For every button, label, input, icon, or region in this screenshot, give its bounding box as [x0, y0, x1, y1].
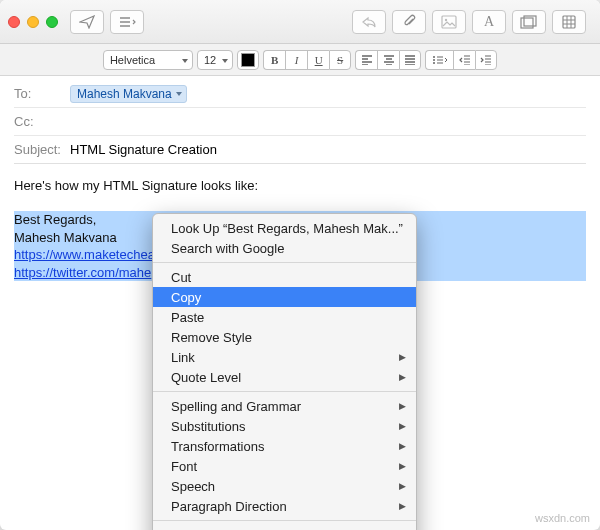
list-indent-group: [425, 50, 497, 70]
ctx-separator: [153, 520, 416, 521]
outdent-icon: [459, 55, 471, 65]
color-swatch-icon: [241, 53, 255, 67]
ctx-spelling[interactable]: Spelling and Grammar: [153, 396, 416, 416]
list-style-button[interactable]: [425, 50, 453, 70]
paperclip-icon: [402, 14, 416, 30]
send-button[interactable]: [70, 10, 104, 34]
ctx-search-google[interactable]: Search with Google: [153, 238, 416, 258]
ctx-paragraph-direction[interactable]: Paragraph Direction: [153, 496, 416, 516]
ctx-substitutions[interactable]: Substitutions: [153, 416, 416, 436]
recipient-name: Mahesh Makvana: [77, 87, 172, 101]
message-headers: To: Mahesh Makvana Cc: Subject: HTML Sig…: [0, 76, 600, 164]
titlebar: A: [0, 0, 600, 44]
ctx-lookup[interactable]: Look Up “Best Regards, Mahesh Mak...”: [153, 218, 416, 238]
emoji-button[interactable]: [552, 10, 586, 34]
subject-value: HTML Signature Creation: [70, 142, 217, 157]
ctx-speech[interactable]: Speech: [153, 476, 416, 496]
compose-window: A Helvetica 12 B I U S To:: [0, 0, 600, 530]
sig-link-2[interactable]: https://twitter.com/mahe: [14, 265, 151, 280]
photo-icon: [441, 15, 457, 29]
grid-icon: [561, 15, 577, 29]
to-label: To:: [14, 86, 70, 101]
watermark: wsxdn.com: [535, 512, 590, 524]
ctx-transformations[interactable]: Transformations: [153, 436, 416, 456]
bullets-icon: [432, 55, 448, 65]
recipient-pill[interactable]: Mahesh Makvana: [70, 85, 187, 103]
format-letter-icon: A: [484, 14, 494, 30]
outdent-button[interactable]: [453, 50, 475, 70]
align-center-icon: [383, 55, 395, 65]
reply-button[interactable]: [352, 10, 386, 34]
svg-point-1: [445, 18, 447, 20]
indent-button[interactable]: [475, 50, 497, 70]
zoom-icon[interactable]: [46, 16, 58, 28]
minimize-icon[interactable]: [27, 16, 39, 28]
align-justify-button[interactable]: [399, 50, 421, 70]
ctx-paste[interactable]: Paste: [153, 307, 416, 327]
bold-button[interactable]: B: [263, 50, 285, 70]
close-icon[interactable]: [8, 16, 20, 28]
window-controls: [8, 16, 58, 28]
align-center-button[interactable]: [377, 50, 399, 70]
ctx-copy[interactable]: Copy: [153, 287, 416, 307]
align-group: [355, 50, 421, 70]
cc-row[interactable]: Cc:: [14, 108, 586, 136]
svg-point-7: [433, 62, 435, 64]
context-menu: Look Up “Best Regards, Mahesh Mak...” Se…: [152, 213, 417, 530]
align-justify-icon: [404, 55, 416, 65]
to-row[interactable]: To: Mahesh Makvana: [14, 80, 586, 108]
align-left-icon: [361, 55, 373, 65]
style-group: B I U S: [263, 50, 351, 70]
ctx-separator: [153, 391, 416, 392]
ctx-font[interactable]: Font: [153, 456, 416, 476]
format-bar: Helvetica 12 B I U S: [0, 44, 600, 76]
svg-point-5: [433, 56, 435, 58]
font-size-value: 12: [204, 54, 216, 66]
photo-browser-button[interactable]: [512, 10, 546, 34]
font-family-value: Helvetica: [110, 54, 155, 66]
ctx-quote-level[interactable]: Quote Level: [153, 367, 416, 387]
body-intro: Here's how my HTML Signature looks like:: [14, 178, 586, 193]
ctx-cut[interactable]: Cut: [153, 267, 416, 287]
reply-icon: [361, 16, 377, 28]
markup-button[interactable]: [432, 10, 466, 34]
italic-button[interactable]: I: [285, 50, 307, 70]
ctx-services[interactable]: Services: [153, 525, 416, 530]
font-size-select[interactable]: 12: [197, 50, 233, 70]
ctx-remove-style[interactable]: Remove Style: [153, 327, 416, 347]
font-family-select[interactable]: Helvetica: [103, 50, 193, 70]
align-left-button[interactable]: [355, 50, 377, 70]
underline-button[interactable]: U: [307, 50, 329, 70]
svg-point-6: [433, 59, 435, 61]
list-icon: [118, 16, 136, 28]
paperplane-icon: [79, 15, 95, 29]
attach-button[interactable]: [392, 10, 426, 34]
header-options-button[interactable]: [110, 10, 144, 34]
ctx-link[interactable]: Link: [153, 347, 416, 367]
stack-icon: [520, 15, 538, 29]
indent-icon: [480, 55, 492, 65]
text-color-button[interactable]: [237, 50, 259, 70]
subject-label: Subject:: [14, 142, 70, 157]
strike-button[interactable]: S: [329, 50, 351, 70]
svg-rect-0: [442, 16, 456, 28]
ctx-separator: [153, 262, 416, 263]
cc-label: Cc:: [14, 114, 70, 129]
subject-row[interactable]: Subject: HTML Signature Creation: [14, 136, 586, 164]
svg-rect-4: [563, 16, 575, 28]
format-toggle-button[interactable]: A: [472, 10, 506, 34]
